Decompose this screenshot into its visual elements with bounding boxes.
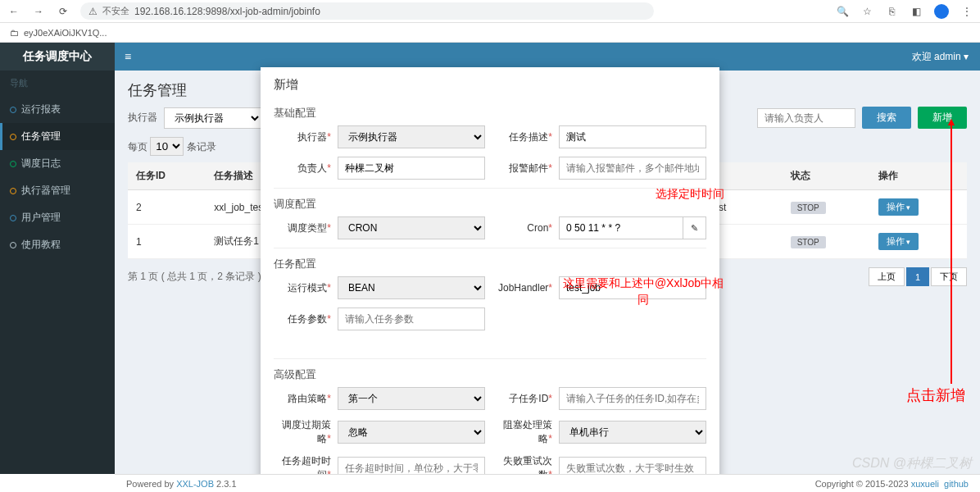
insecure-label: 不安全 [102, 5, 129, 17]
jobdesc-input[interactable] [559, 125, 706, 148]
section-schedule: 调度配置 [274, 188, 706, 216]
welcome-user[interactable]: 欢迎 admin ▾ [912, 50, 980, 64]
section-task: 任务配置 [274, 248, 706, 276]
expire-select[interactable]: 忽略 [338, 421, 485, 444]
executor-select[interactable]: 示例执行器 [338, 125, 485, 148]
lbl-expire: 调度过期策略* [274, 418, 331, 446]
lbl-schedtype: 调度类型* [274, 221, 331, 235]
search-icon[interactable]: 🔍 [836, 5, 849, 18]
lbl-child: 子任务ID* [495, 392, 552, 406]
browser-toolbar: ← → ⟳ ⚠ 不安全 192.168.16.128:9898/xxl-job-… [0, 0, 980, 23]
bookmark-bar: 🗀 eyJ0eXAiOiJKV1Q... [0, 23, 980, 43]
owner-input[interactable] [338, 157, 485, 180]
lbl-executor: 执行器* [274, 130, 331, 144]
lbl-route: 路由策略* [274, 392, 331, 406]
lbl-handler: JobHandler* [495, 282, 552, 294]
footer-link[interactable]: XXL-JOB [176, 479, 214, 489]
lbl-runmode: 运行模式* [274, 281, 331, 295]
app-logo[interactable]: 任务调度中心 [0, 43, 115, 71]
app-header: 任务调度中心 ≡ 欢迎 admin ▾ [0, 43, 980, 71]
menu-icon[interactable]: ⋮ [960, 5, 973, 18]
modal-overlay: 新增 基础配置 执行器*示例执行器 任务描述* 负责人* 报警邮件* 调度配置 … [0, 71, 980, 492]
app-footer: Powered by XXL-JOB 2.3.1 Copyright © 201… [115, 474, 980, 492]
footer-author-link[interactable]: xuxueli [911, 479, 939, 489]
hamburger-icon[interactable]: ≡ [115, 50, 141, 63]
lbl-jobdesc: 任务描述* [495, 130, 552, 144]
reload-icon[interactable]: ⟳ [56, 4, 70, 19]
schedtype-select[interactable]: CRON [338, 216, 485, 239]
lbl-owner: 负责人* [274, 162, 331, 175]
url-bar[interactable]: ⚠ 不安全 192.168.16.128:9898/xxl-job-admin/… [80, 2, 654, 20]
folder-icon: 🗀 [10, 28, 19, 38]
star-icon[interactable]: ☆ [860, 5, 873, 18]
handler-input[interactable] [559, 276, 706, 299]
profile-avatar[interactable] [934, 4, 949, 19]
section-basic: 基础配置 [274, 102, 706, 125]
forward-icon[interactable]: → [31, 4, 46, 19]
lbl-cron: Cron* [495, 222, 552, 234]
child-input[interactable] [559, 387, 706, 410]
section-advanced: 高级配置 [274, 358, 706, 387]
email-input[interactable] [559, 157, 706, 180]
footer-github-link[interactable]: github [944, 479, 969, 489]
panel-icon[interactable]: ◧ [910, 5, 923, 18]
url-text: 192.168.16.128:9898/xxl-job-admin/jobinf… [134, 6, 320, 17]
lbl-params: 任务参数* [274, 312, 331, 326]
extension-icon[interactable]: ⎘ [885, 5, 898, 18]
route-select[interactable]: 第一个 [338, 387, 485, 410]
cron-edit-icon[interactable]: ✎ [683, 216, 706, 239]
add-job-modal: 新增 基础配置 执行器*示例执行器 任务描述* 负责人* 报警邮件* 调度配置 … [261, 67, 719, 492]
modal-title: 新增 [261, 67, 719, 102]
runmode-select[interactable]: BEAN [338, 276, 485, 299]
warning-icon: ⚠ [88, 6, 98, 17]
back-icon[interactable]: ← [7, 4, 21, 19]
cron-input[interactable] [559, 216, 683, 239]
lbl-block: 阻塞处理策略* [495, 418, 552, 446]
block-select[interactable]: 单机串行 [559, 421, 706, 444]
lbl-email: 报警邮件* [495, 162, 552, 175]
bookmark-item[interactable]: eyJ0eXAiOiJKV1Q... [24, 28, 107, 38]
watermark: CSDN @种棵二叉树 [852, 455, 972, 472]
params-input[interactable] [338, 308, 485, 330]
